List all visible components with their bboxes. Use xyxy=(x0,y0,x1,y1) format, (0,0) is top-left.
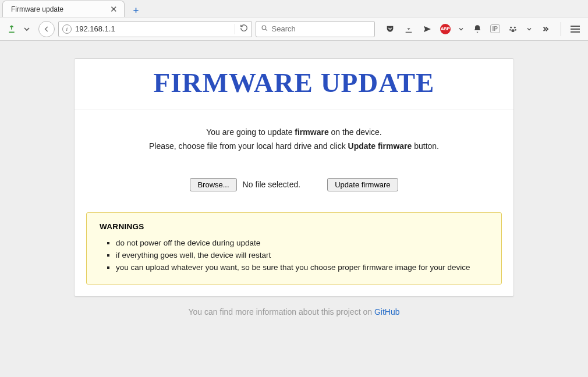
separator xyxy=(561,22,561,36)
nav-bar: i ABP IP xyxy=(0,17,588,41)
paw-icon[interactable] xyxy=(507,23,519,35)
back-button[interactable] xyxy=(38,21,55,37)
tab-title: Firmware update xyxy=(11,5,105,13)
intro-part: button. xyxy=(412,141,439,151)
svg-point-4 xyxy=(515,29,516,31)
refresh-ext-icon[interactable] xyxy=(6,23,17,35)
svg-point-2 xyxy=(514,26,516,28)
url-input[interactable] xyxy=(75,24,231,33)
warning-item: do not power off the device during updat… xyxy=(116,237,488,249)
warning-item: you can upload whatever you want, so be … xyxy=(116,261,488,273)
ip-icon[interactable]: IP xyxy=(490,24,500,33)
svg-point-1 xyxy=(510,26,512,28)
page-title: FIRMWARE UPDATE xyxy=(80,67,508,98)
search-bar[interactable] xyxy=(256,21,375,37)
file-status: No file selected. xyxy=(243,180,301,189)
bell-icon[interactable] xyxy=(472,23,483,35)
info-icon[interactable]: i xyxy=(62,24,72,34)
chevron-down-icon[interactable] xyxy=(458,23,465,35)
close-tab-icon[interactable]: ✕ xyxy=(109,5,118,14)
footer-text: You can find more information about this… xyxy=(189,307,374,316)
file-row: Browse... No file selected. Update firmw… xyxy=(75,159,513,212)
url-bar[interactable]: i xyxy=(58,21,252,37)
browser-tab[interactable]: Firmware update ✕ xyxy=(2,1,125,17)
search-icon xyxy=(261,24,268,34)
warnings-list: do not power off the device during updat… xyxy=(100,237,488,273)
footer-note: You can find more information about this… xyxy=(74,297,514,327)
browse-button[interactable]: Browse... xyxy=(190,178,236,191)
intro-part: on the device. xyxy=(329,127,382,137)
send-icon[interactable] xyxy=(421,23,433,35)
new-tab-button[interactable]: ＋ xyxy=(128,3,143,17)
tab-strip: Firmware update ✕ ＋ xyxy=(0,0,588,17)
warning-item: if everything goes well, the device will… xyxy=(116,249,488,261)
intro-bold: firmware xyxy=(295,127,328,137)
card-header: FIRMWARE UPDATE xyxy=(75,59,513,109)
svg-point-0 xyxy=(262,26,266,30)
overflow-icon[interactable] xyxy=(540,23,551,35)
reload-icon[interactable] xyxy=(235,24,248,34)
menu-button[interactable] xyxy=(571,26,580,33)
page-viewport: FIRMWARE UPDATE You are going to update … xyxy=(0,41,588,377)
intro-part: Please, choose file from your local hard… xyxy=(149,141,348,151)
warnings-box: WARNINGS do not power off the device dur… xyxy=(86,212,502,284)
download-icon[interactable] xyxy=(403,23,415,35)
chevron-down-icon[interactable] xyxy=(526,23,533,35)
toolbar-icons: ABP IP xyxy=(378,22,582,36)
svg-point-5 xyxy=(511,29,514,32)
chevron-down-icon[interactable] xyxy=(21,23,33,35)
main-card: FIRMWARE UPDATE You are going to update … xyxy=(74,58,514,297)
search-input[interactable] xyxy=(272,24,370,33)
update-firmware-button[interactable]: Update firmware xyxy=(327,178,398,191)
pocket-icon[interactable] xyxy=(384,23,396,35)
intro-text: You are going to update firmware on the … xyxy=(75,109,513,159)
file-picker: Browse... No file selected. xyxy=(190,178,300,191)
intro-part: You are going to update xyxy=(206,127,295,137)
warnings-heading: WARNINGS xyxy=(100,222,488,231)
github-link[interactable]: GitHub xyxy=(374,307,400,316)
abp-icon[interactable]: ABP xyxy=(440,24,451,34)
svg-point-3 xyxy=(509,29,511,31)
intro-bold: Update firmware xyxy=(348,141,412,151)
